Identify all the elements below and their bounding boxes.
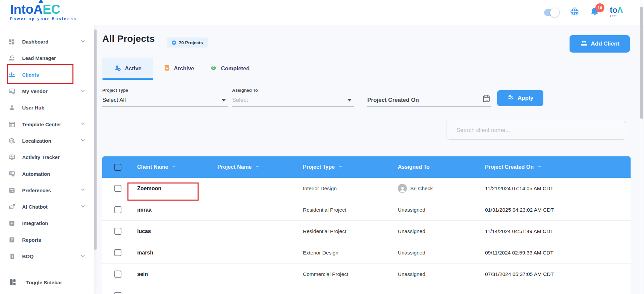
- sidebar-item-integration[interactable]: Integration: [0, 215, 97, 231]
- brand-logo-text: IntoAEC: [10, 3, 77, 16]
- table-header-row: Client NameProject NameProject TypeAssig…: [102, 156, 631, 178]
- globe-icon: [570, 7, 580, 18]
- tab-completed-icon: [210, 64, 218, 73]
- tabs-bar: Active Archive Completed: [102, 58, 256, 79]
- add-client-people-icon: [580, 40, 588, 49]
- sort-icon[interactable]: [255, 164, 261, 170]
- project-type-cell: Interior Design: [299, 186, 394, 192]
- preferences-icon: [8, 187, 15, 194]
- search-client-input[interactable]: [446, 121, 626, 140]
- mini-brand-logo[interactable]: toΛ your: [610, 6, 628, 19]
- sidebar-item-label: Template Center: [22, 122, 61, 127]
- sidebar-item-label: Integration: [22, 220, 48, 226]
- sidebar-item-clients[interactable]: Clients: [0, 67, 97, 83]
- column-header-project-name: Project Name: [213, 164, 299, 170]
- sort-icon[interactable]: [537, 164, 543, 170]
- toggle-sidebar-button[interactable]: Toggle Sidebar: [0, 274, 97, 290]
- project-created-on-datepicker[interactable]: Project Created On: [367, 88, 491, 106]
- svg-text:$: $: [11, 255, 13, 258]
- sidebar-item-label: Activity Tracker: [22, 154, 60, 160]
- sidebar-item-activity-tracker[interactable]: Activity Tracker: [0, 149, 97, 165]
- project-type-select[interactable]: Project Type Select All: [102, 88, 228, 106]
- row-checkbox[interactable]: [114, 271, 121, 278]
- row-checkbox[interactable]: [114, 206, 121, 213]
- select-all-checkbox[interactable]: [114, 164, 121, 171]
- assigned-to-placeholder: Select: [232, 97, 248, 103]
- chevron-down-icon: [80, 187, 86, 194]
- theme-toggle-knob[interactable]: [550, 8, 559, 17]
- assigned-to-cell: Unassigned: [394, 250, 481, 256]
- tab-active-icon: [114, 64, 121, 73]
- sidebar-item-my-vendor[interactable]: My Vendor: [0, 83, 97, 99]
- row-checkbox[interactable]: [114, 228, 121, 235]
- assigned-to-cell: Unassigned: [394, 207, 481, 213]
- assignee-avatar-icon: [398, 184, 407, 193]
- chevron-down-icon: [80, 137, 86, 144]
- client-name[interactable]: sein: [137, 271, 148, 277]
- brand-logo[interactable]: IntoAEC Power up your Business: [10, 3, 77, 21]
- theme-toggle[interactable]: [544, 9, 559, 16]
- calendar-icon[interactable]: [482, 94, 491, 104]
- sidebar-item-dashboard[interactable]: Dashboard: [0, 33, 97, 50]
- toggle-sidebar-icon: [9, 278, 17, 286]
- client-name[interactable]: lucas: [137, 228, 151, 234]
- sort-icon[interactable]: [171, 164, 177, 170]
- sidebar-item-label: Automation: [22, 171, 50, 177]
- add-client-button[interactable]: Add Client: [570, 35, 630, 53]
- sidebar-item-lead-manager[interactable]: Lead Manager: [0, 50, 97, 66]
- project-type-cell: Residential Project: [299, 228, 394, 234]
- sidebar-scrollbar-thumb[interactable]: [94, 29, 97, 250]
- logo-roof-icon: [38, 0, 44, 3]
- project-created-on-value: Project Created On: [367, 97, 419, 103]
- row-checkbox[interactable]: [114, 249, 121, 256]
- chevron-down-icon: [80, 121, 86, 128]
- localization-icon: [8, 137, 15, 144]
- sidebar-item-localization[interactable]: Localization: [0, 133, 97, 149]
- circle-ring-icon: [172, 41, 176, 45]
- toggle-sidebar-label: Toggle Sidebar: [26, 280, 62, 285]
- tab-label: Active: [125, 65, 142, 72]
- tab-label: Completed: [221, 65, 250, 72]
- client-name[interactable]: marsh: [137, 250, 153, 256]
- reports-icon: [8, 236, 15, 243]
- row-checkbox[interactable]: [114, 185, 121, 192]
- sidebar-item-label: Lead Manager: [22, 55, 56, 61]
- language-globe-button[interactable]: [570, 7, 580, 17]
- client-name[interactable]: imraa: [137, 207, 152, 213]
- sidebar-item-user-hub[interactable]: User Hub: [0, 99, 97, 116]
- tab-active[interactable]: Active: [102, 58, 153, 79]
- sidebar-item-label: Clients: [22, 72, 39, 78]
- sidebar-item-boq[interactable]: $ BOQ: [0, 248, 97, 265]
- sidebar-item-automation[interactable]: Automation: [0, 165, 97, 182]
- chevron-down-icon: [347, 99, 352, 101]
- dashboard-icon: [8, 38, 15, 46]
- sort-icon[interactable]: [338, 164, 344, 170]
- client-name[interactable]: Zoemoon: [137, 186, 161, 192]
- apply-filters-button[interactable]: Apply: [497, 90, 543, 106]
- sidebar-item-preferences[interactable]: Preferences: [0, 182, 97, 199]
- template-center-icon: [8, 121, 15, 128]
- project-type-cell: Residential Project: [299, 207, 394, 213]
- tab-completed[interactable]: Completed: [204, 58, 255, 79]
- lead-manager-icon: [8, 55, 15, 62]
- page-scrollbar-thumb[interactable]: [640, 7, 643, 119]
- sidebar-item-label: AI Chatbot: [22, 204, 48, 210]
- sidebar-item-label: Reports: [22, 237, 41, 243]
- chevron-down-icon: [221, 99, 226, 101]
- sidebar-item-ai-chatbot[interactable]: AI Chatbot: [0, 199, 97, 215]
- tab-archive[interactable]: Archive: [153, 58, 204, 79]
- chevron-down-icon: [80, 203, 86, 211]
- project-type-cell: Commercial Project: [299, 271, 394, 277]
- sidebar-item-label: My Vendor: [22, 88, 48, 94]
- tab-archive-icon: [163, 64, 170, 73]
- app-window: IntoAEC Power up your Business 10 toΛ yo…: [0, 0, 644, 294]
- assigned-to-select[interactable]: Assigned To Select: [232, 88, 354, 106]
- notifications-button[interactable]: 10: [590, 7, 600, 17]
- sidebar-item-reports[interactable]: Reports: [0, 232, 97, 248]
- sidebar-item-label: Localization: [22, 138, 51, 144]
- sidebar-item-template-center[interactable]: Template Center: [0, 116, 97, 132]
- chevron-down-icon: [80, 253, 86, 260]
- chevron-down-icon: [80, 38, 86, 46]
- page-title: All Projects: [102, 33, 155, 44]
- row-checkbox[interactable]: [114, 292, 121, 294]
